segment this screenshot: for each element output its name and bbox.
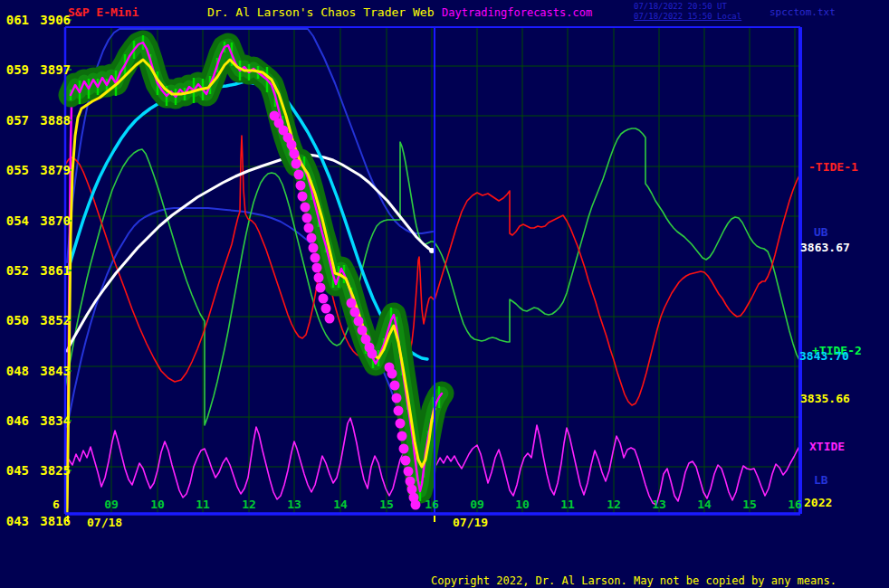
product-label: S&P E-Mini <box>68 6 139 18</box>
right-label-ub: UB <box>814 225 828 239</box>
oscillator-axis-label: 061 <box>2 13 29 27</box>
right-label-ema-val: 3835.66 <box>800 392 850 405</box>
hour-label: 14 <box>691 498 718 511</box>
timestamp-local: 07/18/2022 15:50 Local <box>634 13 741 21</box>
price-axis-label: 3834 <box>33 413 71 428</box>
hour-label: 12 <box>600 498 627 511</box>
price-axis-label: 3852 <box>33 313 71 327</box>
hour-label: 11 <box>189 498 216 511</box>
oscillator-axis-label: 055 <box>2 163 29 177</box>
oscillator-axis-label: 048 <box>2 364 29 378</box>
hour-label: 13 <box>645 498 673 511</box>
price-axis-label: 3816 <box>33 514 71 528</box>
chaos-trader-chart-page: S&P E-Mini Dr. Al Larson's Chaos Trader … <box>0 0 889 588</box>
price-axis-label: 3906 <box>33 13 71 27</box>
right-label-lb: LB <box>814 473 828 487</box>
date-label: 07/19 <box>453 517 488 528</box>
hour-label: 14 <box>327 498 354 511</box>
oscillator-axis-label: 052 <box>2 263 29 278</box>
oscillator-axis-label: 045 <box>2 463 29 478</box>
price-axis-row: 0503852 <box>0 313 72 326</box>
price-axis-row: 0613906 <box>0 13 72 25</box>
price-axis-label: 3870 <box>33 213 71 228</box>
oscillator-axis-label: 059 <box>2 62 29 77</box>
timestamp-ut: 07/18/2022 20:50 UT <box>634 3 727 11</box>
price-axis-row: 0553879 <box>0 163 72 175</box>
price-axis-label: 3879 <box>33 163 71 177</box>
date-label: 07/18 <box>87 517 122 528</box>
oscillator-axis-label: 057 <box>2 113 29 128</box>
site-link[interactable]: Daytradingforecasts.com <box>442 7 592 18</box>
hour-label: 09 <box>464 498 491 511</box>
year-label: 2022 <box>804 497 832 508</box>
copyright-notice: Copyright 2022, Dr. Al Larson. May not b… <box>431 575 836 586</box>
right-label-tide1: -TIDE-1 <box>808 160 858 174</box>
oscillator-axis-label: 050 <box>2 313 29 327</box>
price-axis-row: 0543870 <box>0 213 72 226</box>
price-axis-row: 0463834 <box>0 413 72 426</box>
oscillator-axis-label: 046 <box>2 413 29 428</box>
price-axis-label: 3843 <box>33 364 71 378</box>
data-file-link[interactable]: spcctom.txt <box>770 7 836 17</box>
hour-label: 10 <box>509 498 536 511</box>
price-axis-label: 3861 <box>33 263 71 278</box>
price-axis-row: 0593897 <box>0 62 72 75</box>
price-axis-row: 0483843 <box>0 364 72 376</box>
hour-label: 16 <box>418 498 445 511</box>
price-axis-row: 0433816 <box>0 514 72 526</box>
hour-label: 12 <box>235 498 263 511</box>
hour-label: 09 <box>98 498 125 511</box>
oscillator-axis-label: 054 <box>2 213 29 228</box>
hour-label: 10 <box>144 498 171 511</box>
hour-label: 15 <box>736 498 763 511</box>
price-axis-label: 3888 <box>33 113 71 128</box>
page-title: Dr. Al Larson's Chaos Trader Web <box>207 6 434 18</box>
price-axis-row: 0453825 <box>0 463 72 476</box>
price-axis-label: 3825 <box>33 463 71 478</box>
hour-label: 15 <box>373 498 400 511</box>
right-label-ub-val: 3863.67 <box>800 241 850 254</box>
partial-hour-label: 6 <box>53 498 60 510</box>
hour-label: 11 <box>554 498 581 511</box>
right-label-ma-val: 3843.70 <box>799 349 849 363</box>
right-label-xtide: XTIDE <box>809 440 845 453</box>
price-axis-row: 0523861 <box>0 263 72 276</box>
oscillator-axis-label: 043 <box>2 514 29 528</box>
price-axis-label: 3897 <box>33 62 71 77</box>
hour-label: 13 <box>281 498 308 511</box>
price-axis-row: 0573888 <box>0 113 72 126</box>
